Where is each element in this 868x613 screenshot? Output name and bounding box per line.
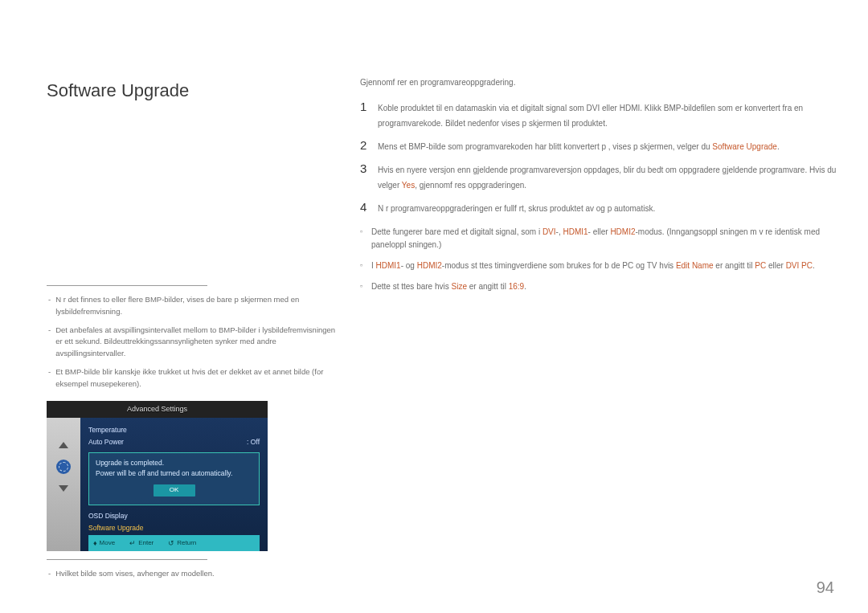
osd-popup-line: Upgrade is completed.: [96, 458, 252, 469]
bullet-list: ▫ Dette fungerer bare med et digitalt si…: [360, 226, 844, 293]
step-body: Hvis en nyere versjon enn gjeldende prog…: [378, 162, 844, 193]
note-item: - Det anbefales at avspillingsintervalle…: [47, 325, 336, 360]
step: 2 Mens et BMP-bilde som programvarekoden…: [360, 139, 844, 154]
note-text: Det anbefales at avspillingsintervallet …: [55, 325, 336, 360]
steps-list: 1 Koble produktet til en datamaskin via …: [360, 100, 844, 216]
bullet-item: ▫ Dette fungerer bare med et digitalt si…: [360, 226, 844, 251]
note-item: - N r det finnes to eller flere BMP-bild…: [47, 294, 336, 317]
bullet-icon: ▫: [360, 226, 371, 251]
divider: [47, 559, 207, 560]
bullet-icon: ▫: [360, 280, 371, 293]
osd-sidebar: [47, 418, 80, 552]
page-number: 94: [817, 574, 834, 600]
right-column: Gjennomf rer en programvareoppgradering.…: [360, 76, 844, 586]
osd-row-osddisplay: OSD Display: [88, 510, 260, 523]
osd-foot-return: ↺Return: [168, 537, 196, 549]
left-column: Software Upgrade - N r det finnes to ell…: [47, 76, 336, 586]
dash-icon: -: [48, 325, 51, 360]
osd-foot-enter: ↵Enter: [129, 537, 154, 549]
step-body: N r programvareoppgraderingen er fullf r…: [378, 201, 844, 216]
osd-foot-move: ♦Move: [93, 537, 115, 549]
enter-icon: ↵: [129, 537, 136, 549]
osd-main: Temperature Auto Power: Off Upgrade is c…: [80, 418, 268, 552]
osd-popup-line: Power will be off and turned on automati…: [96, 468, 252, 480]
bullet-item: ▫ Dette st ttes bare hvis Size er angitt…: [360, 280, 844, 293]
note-text: Et BMP-bilde blir kanskje ikke trukket u…: [55, 366, 336, 390]
highlight: Software Upgrade: [712, 142, 777, 151]
gear-icon: [56, 460, 71, 474]
osd-popup: Upgrade is completed. Power will be off …: [88, 452, 260, 505]
intro-text: Gjennomf rer en programvareoppgradering.: [360, 76, 844, 89]
bullet-icon: ▫: [360, 260, 371, 272]
note-text: N r det finnes to eller flere BMP-bilder…: [55, 294, 336, 317]
arrow-down-icon: [59, 485, 68, 492]
dash-icon: -: [48, 294, 51, 317]
step: 4 N r programvareoppgraderingen er fullf…: [360, 201, 844, 216]
divider: [47, 285, 207, 286]
step-number: 1: [360, 100, 378, 131]
page-title: Software Upgrade: [47, 76, 336, 104]
osd-row-autopower: Auto Power: Off: [88, 436, 260, 449]
step-number: 4: [360, 201, 378, 216]
note-item: - Hvilket bilde som vises, avhenger av m…: [47, 568, 336, 580]
highlight: Yes: [402, 181, 415, 190]
dash-icon: -: [48, 568, 51, 580]
osd-footer: ♦Move ↵Enter ↺Return: [88, 535, 260, 551]
step-number: 3: [360, 162, 378, 193]
dash-icon: -: [48, 366, 51, 390]
step-body: Mens et BMP-bilde som programvarekoden h…: [378, 139, 844, 154]
osd-row-temperature: Temperature: [88, 424, 260, 437]
note-item: - Et BMP-bilde blir kanskje ikke trukket…: [47, 366, 336, 390]
ok-button[interactable]: OK: [154, 484, 195, 497]
note-text: Hvilket bilde som vises, avhenger av mod…: [55, 568, 214, 580]
osd-header: Advanced Settings: [47, 401, 268, 417]
bullet-item: ▫ I HDMI1- og HDMI2-modus st ttes timing…: [360, 260, 844, 272]
move-icon: ♦: [93, 537, 97, 549]
return-icon: ↺: [168, 537, 174, 549]
step-body: Koble produktet til en datamaskin via et…: [378, 100, 844, 131]
arrow-up-icon: [59, 442, 68, 448]
step-number: 2: [360, 139, 378, 154]
step: 1 Koble produktet til en datamaskin via …: [360, 100, 844, 131]
step: 3 Hvis en nyere versjon enn gjeldende pr…: [360, 162, 844, 193]
osd-screenshot: Advanced Settings Temperature Auto Power…: [47, 401, 268, 551]
osd-row-softwareupgrade: Software Upgrade: [88, 522, 260, 535]
